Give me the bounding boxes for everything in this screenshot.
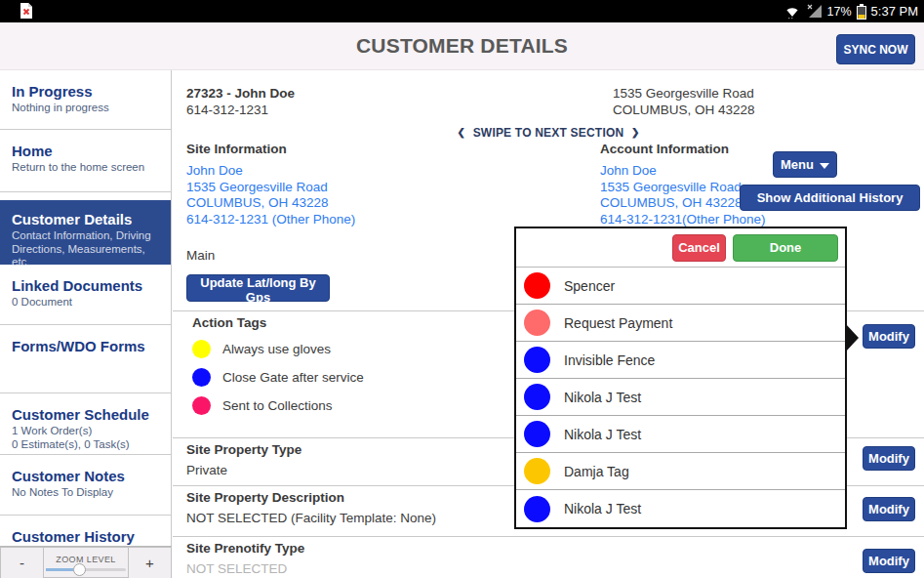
menu-button[interactable]: Menu (773, 151, 837, 178)
tag-color-dot (192, 396, 211, 415)
sidebar-item-customer-details[interactable]: Customer Details Contact Information, Dr… (0, 200, 171, 265)
site-property-type-heading: Site Property Type (186, 442, 301, 457)
zoom-level-control: - ZOOM LEVEL + (0, 546, 172, 578)
modify-action-tags-button[interactable]: Modify (863, 324, 915, 349)
sidebar-item-title: Customer Notes (12, 468, 159, 484)
dialog-pointer-arrow-icon (845, 323, 859, 352)
chevron-down-icon (820, 163, 829, 169)
done-button[interactable]: Done (733, 234, 838, 262)
tag-option-row[interactable]: Damja Tag (516, 453, 845, 490)
sidebar-item-forms-wdo-forms[interactable]: Forms/WDO Forms (0, 325, 171, 393)
sidebar-item-subtitle: Return to the home screen (12, 161, 159, 175)
modify-site-property-type-button[interactable]: Modify (863, 446, 915, 471)
tag-picker-dialog: Cancel Done Spencer Request Payment Invi… (514, 227, 847, 529)
tag-option-row[interactable]: Nikola J Test (516, 490, 845, 527)
site-information-links: John Doe 1535 Georgesville Road COLUMBUS… (186, 163, 355, 227)
swipe-hint-label: SWIPE TO NEXT SECTION (473, 126, 624, 140)
clock: 5:37 PM (871, 4, 918, 19)
tag-color-dot (524, 421, 550, 447)
tag-color-dot (524, 496, 550, 522)
sidebar-item-customer-notes[interactable]: Customer Notes No Notes To Display (0, 455, 171, 516)
tag-color-dot (524, 384, 550, 410)
action-tags-heading: Action Tags (192, 315, 266, 330)
modify-site-prenotify-type-button[interactable]: Modify (863, 549, 915, 573)
group-label-main: Main (186, 248, 215, 263)
zoom-slider-track (46, 568, 126, 571)
account-phone-link[interactable]: 614-312-1231(Other Phone) (600, 212, 766, 228)
zoom-slider-fill (46, 568, 73, 571)
zoom-slider-thumb[interactable] (73, 563, 86, 576)
tag-color-dot (524, 347, 550, 373)
sidebar-item-subtitle: 0 Document (12, 296, 159, 310)
tag-option-row[interactable]: Spencer (516, 268, 845, 305)
sidebar-item-title: Home (12, 143, 159, 159)
page-title: CUSTOMER DETAILS (356, 34, 568, 58)
chevron-right-icon: ❯ (627, 127, 644, 138)
tag-color-dot (524, 272, 550, 299)
battery-icon (857, 4, 866, 20)
chevron-left-icon: ❮ (454, 127, 470, 138)
action-tag-row: Always use gloves (192, 335, 331, 363)
sidebar-item-subtitle: 0 Estimate(s), 0 Task(s) (12, 438, 159, 452)
sidebar-item-customer-history[interactable]: Customer History (0, 516, 171, 545)
site-property-description-heading: Site Property Description (186, 490, 344, 505)
site-property-type-value: Private (186, 463, 227, 477)
tag-color-dot (524, 458, 550, 484)
sidebar-item-subtitle: 1 Work Order(s) (12, 425, 159, 438)
account-contact-link[interactable]: John Doe (600, 163, 766, 180)
action-tag-label: Close Gate after service (222, 370, 364, 385)
menu-button-label: Menu (781, 157, 814, 172)
customer-address: 1535 Georgesville Road COLUMBUS, OH 4322… (613, 86, 755, 118)
modify-site-property-description-button[interactable]: Modify (863, 497, 915, 521)
zoom-slider-panel: ZOOM LEVEL (44, 547, 128, 578)
status-bar: 17% 5:37 PM (0, 0, 924, 22)
tag-option-label: Nikola J Test (564, 427, 641, 442)
divider (173, 536, 924, 537)
sidebar-item-title: Customer History (12, 528, 159, 545)
tag-color-dot (192, 340, 211, 358)
sidebar: In Progress Nothing in progress Home Ret… (0, 70, 172, 578)
sidebar-item-home[interactable]: Home Return to the home screen (0, 130, 171, 192)
tag-option-label: Nikola J Test (564, 501, 641, 516)
sidebar-item-customer-schedule[interactable]: Customer Schedule 1 Work Order(s) 0 Esti… (0, 393, 171, 455)
action-tag-row: Close Gate after service (192, 363, 364, 392)
tag-option-row[interactable]: Nikola J Test (516, 379, 845, 416)
tag-option-label: Nikola J Test (564, 390, 641, 405)
cancel-button[interactable]: Cancel (672, 234, 726, 262)
address-line2: COLUMBUS, OH 43228 (613, 103, 755, 119)
app-header: CUSTOMER DETAILS SYNC NOW (0, 22, 924, 70)
site-property-description-value: NOT SELECTED (Facility Template: None) (186, 511, 436, 525)
tag-option-row[interactable]: Request Payment (516, 305, 845, 342)
tag-color-dot (524, 310, 550, 336)
show-additional-history-button[interactable]: Show Additional History (740, 185, 920, 211)
customer-phone: 614-312-1231 (186, 103, 295, 119)
app-screen: 17% 5:37 PM CUSTOMER DETAILS SYNC NOW In… (0, 0, 924, 578)
tag-option-row[interactable]: Invisible Fence (516, 342, 845, 379)
sidebar-item-title: Customer Details (12, 211, 159, 227)
site-city-link[interactable]: COLUMBUS, OH 43228 (186, 195, 355, 212)
sidebar-item-title: Forms/WDO Forms (12, 338, 159, 354)
site-information-heading: Site Information (186, 142, 287, 156)
customer-summary: 27323 - John Doe 614-312-1231 (186, 86, 295, 118)
sync-now-button[interactable]: SYNC NOW (836, 34, 915, 64)
site-contact-link[interactable]: John Doe (186, 163, 355, 180)
update-latlong-gps-button[interactable]: Update Lat/long By Gps (186, 274, 330, 302)
zoom-out-button[interactable]: - (0, 547, 44, 578)
sidebar-item-title: In Progress (12, 83, 159, 100)
sidebar-item-linked-documents[interactable]: Linked Documents 0 Document (0, 265, 171, 325)
tag-option-label: Request Payment (564, 315, 672, 331)
address-line1: 1535 Georgesville Road (613, 86, 755, 103)
action-tag-label: Sent to Collections (222, 398, 333, 413)
zoom-level-label: ZOOM LEVEL (56, 555, 116, 564)
site-address-link[interactable]: 1535 Georgesville Road (186, 180, 355, 196)
tag-option-label: Invisible Fence (564, 352, 655, 368)
zoom-in-button[interactable]: + (128, 547, 172, 578)
site-phone-link[interactable]: 614-312-1231 (Other Phone) (186, 212, 355, 228)
dialog-header: Cancel Done (516, 228, 845, 268)
sidebar-item-in-progress[interactable]: In Progress Nothing in progress (0, 70, 171, 130)
document-error-icon (20, 3, 33, 20)
wifi-icon (783, 4, 801, 20)
sidebar-item-subtitle: No Notes To Display (12, 486, 159, 500)
tag-option-row[interactable]: Nikola J Test (516, 416, 845, 453)
sidebar-item-title: Customer Schedule (12, 406, 159, 423)
